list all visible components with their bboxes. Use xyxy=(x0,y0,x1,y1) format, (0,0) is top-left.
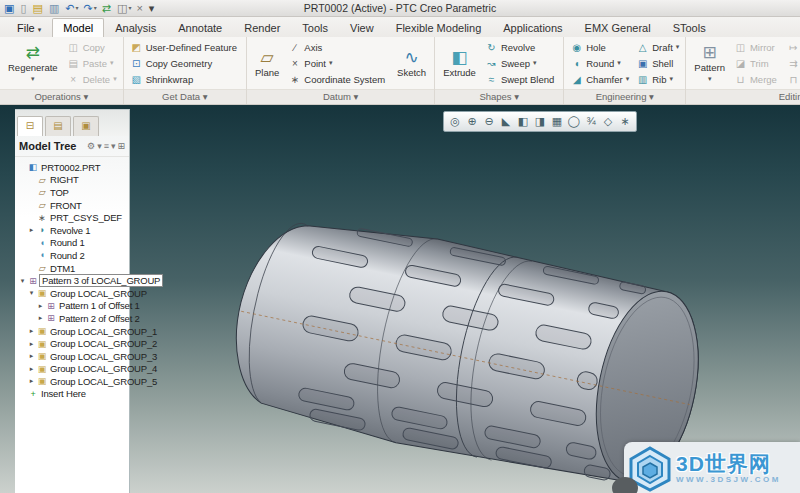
delete-button[interactable]: ×Delete▾ xyxy=(67,72,117,87)
ribbon-tab[interactable]: Analysis xyxy=(104,18,167,37)
display-style-icon[interactable]: ◧ xyxy=(515,113,531,130)
ribbon-tab[interactable]: View xyxy=(339,18,385,37)
tree-item-pattern1[interactable]: ▸ ⊞ Pattern 1 of Offset 1 xyxy=(15,300,129,313)
redo-icon[interactable]: ↷▾ xyxy=(84,3,97,14)
open-folder-icon[interactable]: ▤ xyxy=(32,3,43,14)
mirror-button[interactable]: ◫Mirror xyxy=(734,40,780,55)
paste-button[interactable]: ▤Paste▾ xyxy=(67,56,117,71)
shrinkwrap-button[interactable]: ▧Shrinkwrap xyxy=(130,72,240,87)
point-button[interactable]: ×Point▾ xyxy=(288,56,388,71)
windows-icon[interactable]: ◫▾ xyxy=(117,3,131,14)
tree-item-group1[interactable]: ▸ ▣ Group LOCAL_GROUP_1 xyxy=(15,325,129,338)
customize-toolbar-icon[interactable]: ▾ xyxy=(149,3,156,14)
tree-item-group5[interactable]: ▸ ▣ Group LOCAL_GROUP_5 xyxy=(15,375,129,388)
expander-icon[interactable]: ▸ xyxy=(27,377,36,385)
tree-item-dtm1[interactable]: ▱ DTM1 xyxy=(15,262,129,275)
offset-button[interactable]: ⇉Offset xyxy=(787,56,800,71)
hole-button[interactable]: ◉Hole xyxy=(570,40,629,55)
tab-file[interactable]: File▾ xyxy=(6,18,52,37)
model-tree-tab[interactable]: ⊟ xyxy=(17,116,43,136)
draft-button[interactable]: △Draft▾ xyxy=(636,40,679,55)
section-icon[interactable]: ◯ xyxy=(566,113,582,130)
tree-item-round2[interactable]: ◖ Round 2 xyxy=(15,249,129,262)
ribbon-tab[interactable]: Flexible Modeling xyxy=(385,18,493,37)
expander-icon[interactable]: ▸ xyxy=(27,340,36,348)
swept-blend-button[interactable]: ≈Swept Blend xyxy=(485,72,557,87)
copy-geometry-button[interactable]: ⊡Copy Geometry xyxy=(130,56,240,71)
tree-columns-icon[interactable]: ⊞ xyxy=(117,141,125,151)
folder-browser-tab[interactable]: ▤ xyxy=(45,116,71,136)
saved-views-icon[interactable]: ◨ xyxy=(532,113,548,130)
shell-button[interactable]: ▣Shell xyxy=(636,56,679,71)
regenerate-icon[interactable]: ⇄ xyxy=(102,3,112,14)
new-file-icon[interactable]: ▯ xyxy=(20,3,27,14)
merge-button[interactable]: ⊔Merge xyxy=(734,72,780,87)
ribbon-tab[interactable]: Model xyxy=(52,18,104,37)
group-label-engineering[interactable]: Engineering ▾ xyxy=(564,89,685,104)
expander-icon[interactable]: ▸ xyxy=(27,352,36,360)
plane-button[interactable]: ▱ Plane xyxy=(253,48,281,78)
expander-icon[interactable]: ▸ xyxy=(36,302,45,310)
tree-settings-icon[interactable]: ⚙ xyxy=(87,141,95,151)
ribbon-tab[interactable]: STools xyxy=(662,18,717,37)
save-icon[interactable]: ▥ xyxy=(49,3,60,14)
tree-item-revolve1[interactable]: ▸ ◗ Revolve 1 xyxy=(15,224,129,237)
extrude-button[interactable]: ◧ Extrude xyxy=(441,48,478,78)
tree-item-round1[interactable]: ◖ Round 1 xyxy=(15,237,129,250)
tree-item-front[interactable]: ▱ FRONT xyxy=(15,199,129,212)
ribbon-tab[interactable]: Tools xyxy=(291,18,339,37)
tree-item-group4[interactable]: ▸ ▣ Group LOCAL_GROUP_4 xyxy=(15,363,129,376)
coordinate-system-button[interactable]: ∗Coordinate System xyxy=(288,72,388,87)
tree-item-group3[interactable]: ▸ ▣ Group LOCAL_GROUP_3 xyxy=(15,350,129,363)
group-label-get-data[interactable]: Get Data ▾ xyxy=(124,89,246,104)
expander-icon[interactable]: ▸ xyxy=(27,327,36,335)
undo-icon[interactable]: ↶▾ xyxy=(65,3,78,14)
extend-button[interactable]: ↦Extend xyxy=(787,40,800,55)
zoom-out-icon[interactable]: ⊖ xyxy=(481,113,497,130)
group-label-shapes[interactable]: Shapes ▾ xyxy=(435,89,563,104)
copy-button[interactable]: ◫Copy xyxy=(67,40,117,55)
close-window-icon[interactable]: × xyxy=(136,3,143,14)
tree-item-pattern2[interactable]: ▸ ⊞ Pattern 2 of Offset 2 xyxy=(15,312,129,325)
zoom-in-icon[interactable]: ⊕ xyxy=(464,113,480,130)
user-defined-feature-button[interactable]: ◩User-Defined Feature xyxy=(130,40,240,55)
tree-filters-caret[interactable]: ▾ xyxy=(111,141,116,151)
tree-item-group2[interactable]: ▸ ▣ Group LOCAL_GROUP_2 xyxy=(15,337,129,350)
regenerate-button[interactable]: ⇄ Regenerate ▾ xyxy=(6,43,60,84)
datum-display-icon[interactable]: ¾ xyxy=(583,113,599,130)
expander-icon[interactable]: ▸ xyxy=(27,365,36,373)
expander-icon[interactable]: ▸ xyxy=(27,226,36,234)
sketch-button[interactable]: ∿ Sketch xyxy=(395,48,428,78)
intersect-button[interactable]: ⊓Intersect xyxy=(787,72,800,87)
ribbon-tab[interactable]: Annotate xyxy=(167,18,233,37)
tree-item-right[interactable]: ▱ RIGHT xyxy=(15,174,129,187)
group-label-editing[interactable]: Editing ▾ xyxy=(686,89,800,104)
revolve-button[interactable]: ↻Revolve xyxy=(485,40,557,55)
round-button[interactable]: ◖Round▾ xyxy=(570,56,629,71)
tree-item-top[interactable]: ▱ TOP xyxy=(15,186,129,199)
expander-icon[interactable]: ▸ xyxy=(36,314,45,322)
favorites-tab[interactable]: ▣ xyxy=(73,116,99,136)
ribbon-tab[interactable]: Render xyxy=(233,18,291,37)
view-manager-icon[interactable]: ▦ xyxy=(549,113,565,130)
refit-icon[interactable]: ◣ xyxy=(498,113,514,130)
group-label-datum[interactable]: Datum ▾ xyxy=(247,89,434,104)
tree-filters-icon[interactable]: ≡ xyxy=(104,141,109,151)
tree-item-group[interactable]: ▾ ▣ Group LOCAL_GROUP xyxy=(15,287,129,300)
rib-button[interactable]: ▥Rib▾ xyxy=(636,72,679,87)
pattern-button[interactable]: ⊞ Pattern ▾ xyxy=(692,43,727,84)
tree-item-insert-here[interactable]: + Insert Here xyxy=(15,388,129,401)
zoom-box-icon[interactable]: ◎ xyxy=(447,113,463,130)
expander-icon[interactable]: ▾ xyxy=(27,289,36,297)
tree-item-csys[interactable]: ∗ PRT_CSYS_DEF xyxy=(15,211,129,224)
trim-button[interactable]: ◪Trim xyxy=(734,56,780,71)
chamfer-button[interactable]: ◢Chamfer▾ xyxy=(570,72,629,87)
ribbon-tab[interactable]: EMX General xyxy=(574,18,662,37)
app-icon[interactable]: ▣ xyxy=(4,3,15,14)
tree-item-part[interactable]: ◧ PRT0002.PRT xyxy=(15,161,129,174)
tree-settings-caret[interactable]: ▾ xyxy=(97,141,102,151)
expander-icon[interactable]: ▾ xyxy=(18,277,27,285)
ribbon-tab[interactable]: Applications xyxy=(492,18,573,37)
group-label-operations[interactable]: Operations ▾ xyxy=(0,89,123,104)
annotation-display-icon[interactable]: ◇ xyxy=(600,113,616,130)
